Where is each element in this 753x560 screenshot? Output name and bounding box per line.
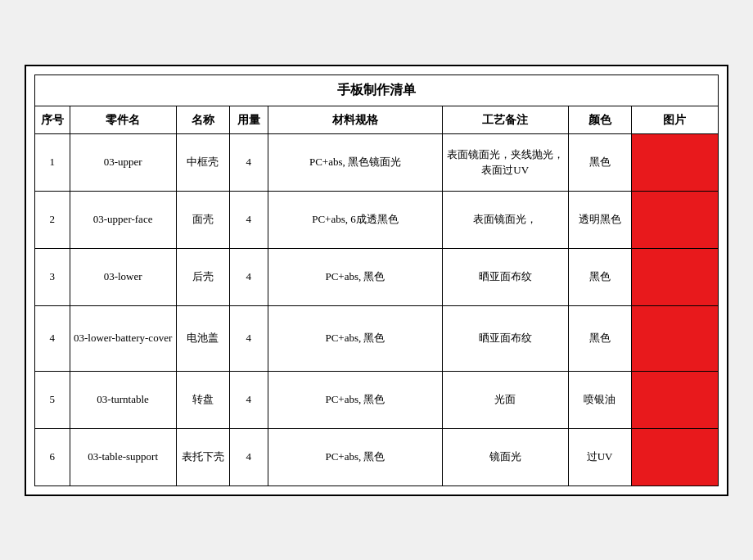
cell-seq: 1: [35, 133, 70, 191]
cell-usage: 4: [229, 133, 268, 191]
cell-part-code: 03-upper: [70, 133, 176, 191]
cell-process: 晒亚面布纹: [442, 305, 568, 371]
page-wrapper: 手板制作清单 序号 零件名 名称 用量 材料规格 工艺备注 颜色 图片 103-…: [25, 65, 728, 496]
cell-image: [631, 305, 719, 371]
cell-part-name: 电池盖: [176, 305, 229, 371]
table-row: 103-upper中框壳4PC+abs, 黑色镜面光表面镜面光，夹线抛光，表面过…: [35, 133, 719, 191]
header-seq: 序号: [35, 106, 70, 133]
header-part-code: 零件名: [70, 106, 176, 133]
cell-seq: 5: [35, 371, 70, 428]
cell-part-code: 03-table-support: [70, 428, 176, 485]
cell-image: [631, 191, 719, 248]
cell-color: 黑色: [568, 305, 631, 371]
cell-material: PC+abs, 黑色镜面光: [268, 133, 443, 191]
cell-process: 光面: [442, 371, 568, 428]
cell-material: PC+abs, 6成透黑色: [268, 191, 443, 248]
cell-part-name: 中框壳: [176, 133, 229, 191]
table-row: 603-table-support表托下壳4PC+abs, 黑色镜面光过UV: [35, 428, 719, 485]
cell-seq: 6: [35, 428, 70, 485]
header-process: 工艺备注: [442, 106, 568, 133]
header-image: 图片: [631, 106, 719, 133]
cell-part-name: 转盘: [176, 371, 229, 428]
cell-process: 晒亚面布纹: [442, 248, 568, 305]
cell-color: 喷银油: [568, 371, 631, 428]
cell-image: [631, 428, 719, 485]
cell-usage: 4: [229, 248, 268, 305]
cell-color: 过UV: [568, 428, 631, 485]
cell-part-name: 表托下壳: [176, 428, 229, 485]
cell-part-code: 03-upper-face: [70, 191, 176, 248]
cell-process: 镜面光: [442, 428, 568, 485]
cell-part-name: 面壳: [176, 191, 229, 248]
cell-seq: 2: [35, 191, 70, 248]
cell-material: PC+abs, 黑色: [268, 305, 443, 371]
main-table: 序号 零件名 名称 用量 材料规格 工艺备注 颜色 图片 103-upper中框…: [34, 106, 719, 486]
cell-seq: 3: [35, 248, 70, 305]
cell-part-name: 后壳: [176, 248, 229, 305]
header-row: 序号 零件名 名称 用量 材料规格 工艺备注 颜色 图片: [35, 106, 719, 133]
table-row: 403-lower-battery-cover电池盖4PC+abs, 黑色晒亚面…: [35, 305, 719, 371]
cell-part-code: 03-turntable: [70, 371, 176, 428]
cell-process: 表面镜面光，: [442, 191, 568, 248]
table-title: 手板制作清单: [34, 75, 719, 106]
cell-process: 表面镜面光，夹线抛光，表面过UV: [442, 133, 568, 191]
cell-image: [631, 371, 719, 428]
header-usage: 用量: [229, 106, 268, 133]
cell-seq: 4: [35, 305, 70, 371]
cell-color: 透明黑色: [568, 191, 631, 248]
cell-usage: 4: [229, 305, 268, 371]
header-color: 颜色: [568, 106, 631, 133]
cell-part-code: 03-lower-battery-cover: [70, 305, 176, 371]
cell-color: 黑色: [568, 248, 631, 305]
cell-part-code: 03-lower: [70, 248, 176, 305]
cell-usage: 4: [229, 191, 268, 248]
cell-usage: 4: [229, 371, 268, 428]
cell-color: 黑色: [568, 133, 631, 191]
cell-image: [631, 248, 719, 305]
header-part-name: 名称: [176, 106, 229, 133]
table-row: 503-turntable转盘4PC+abs, 黑色光面喷银油: [35, 371, 719, 428]
table-row: 203-upper-face面壳4PC+abs, 6成透黑色表面镜面光，透明黑色: [35, 191, 719, 248]
table-row: 303-lower后壳4PC+abs, 黑色晒亚面布纹黑色: [35, 248, 719, 305]
cell-image: [631, 133, 719, 191]
cell-material: PC+abs, 黑色: [268, 248, 443, 305]
cell-usage: 4: [229, 428, 268, 485]
header-material: 材料规格: [268, 106, 443, 133]
cell-material: PC+abs, 黑色: [268, 371, 443, 428]
cell-material: PC+abs, 黑色: [268, 428, 443, 485]
